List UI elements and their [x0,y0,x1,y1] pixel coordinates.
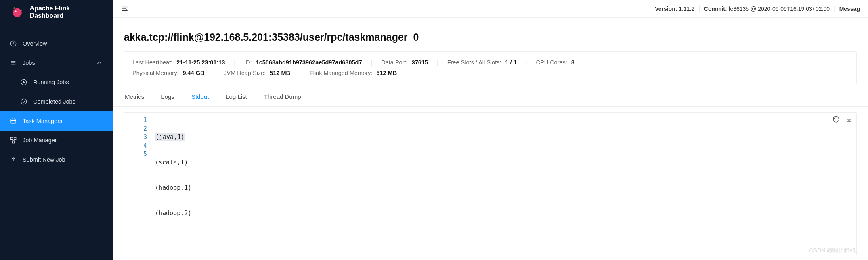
code-line: (hadoop,1) [155,184,199,192]
sidebar-toggle-icon[interactable] [118,5,131,12]
stat-managed: Flink Managed Memory: 512 MB [310,70,397,76]
tab-metrics[interactable]: Metrics [125,93,144,106]
line-number: 2 [124,125,147,133]
commit-label: Commit: [704,6,727,12]
svg-rect-15 [12,141,14,143]
stats-row-1: Last Heartbeat: 21-11-25 23:01:13 | ID: … [132,57,848,68]
svg-rect-14 [14,137,16,139]
chevron-up-icon [96,59,103,67]
sidebar-item-running-jobs[interactable]: Running Jobs [9,73,113,92]
tabs: Metrics Logs Stdout Log List Thread Dump [113,84,868,107]
sidebar-jobs-submenu: Running Jobs Completed Jobs [0,73,113,111]
svg-rect-9 [11,119,16,123]
version-value: 1.11.2 [679,6,694,12]
stat-slots: Free Slots / All Slots: 1 / 1 [447,59,517,66]
main-content: Version: 1.11.2 | Commit: fe36135 @ 2020… [113,0,868,260]
sidebar-item-jobs[interactable]: Jobs [0,53,113,73]
sidebar-nav: Overview Jobs Running Jobs [0,27,113,169]
refresh-icon[interactable] [832,115,840,123]
tab-logs[interactable]: Logs [161,93,174,106]
stat-heartbeat: Last Heartbeat: 21-11-25 23:01:13 [132,59,225,66]
line-number: 3 [124,133,147,141]
sidebar-item-overview[interactable]: Overview [0,34,113,53]
stat-dataport: Data Port: 37615 [381,59,428,66]
download-icon[interactable] [845,115,853,123]
cluster-icon [10,137,17,144]
check-circle-icon [20,98,27,105]
stat-id: ID: 1c5068abd91b973962ae5d97ad6805d7 [244,59,362,66]
page-title: akka.tcp://flink@192.168.5.201:35383/use… [113,29,868,51]
stats-card: Last Heartbeat: 21-11-25 23:01:13 | ID: … [124,51,857,84]
sidebar: Apache Flink Dashboard Overview Jobs [0,0,113,260]
code-line: (java,1) [155,133,199,141]
page: akka.tcp://flink@192.168.5.201:35383/use… [113,18,868,255]
sidebar-item-label: Jobs [23,60,35,66]
messages-label[interactable]: Messag [839,6,860,12]
code-area: 1 2 3 4 5 (java,1) (scala,1) (hadoop,1) … [124,113,856,255]
code-line: (hadoop,2) [155,209,199,218]
line-number: 5 [124,150,147,158]
list-icon [10,59,17,67]
commit-value: fe36135 @ 2020-09-09T16:19:03+02:00 [729,6,830,12]
code-actions [832,115,853,123]
sidebar-item-label: Overview [23,40,47,47]
svg-point-1 [15,10,17,12]
svg-point-8 [21,99,27,104]
tab-threaddump[interactable]: Thread Dump [264,93,301,106]
sidebar-item-job-manager[interactable]: Job Manager [0,131,113,150]
sidebar-item-label: Submit New Job [23,156,65,163]
sidebar-item-label: Running Jobs [33,79,69,85]
sidebar-item-submit[interactable]: Submit New Job [0,150,113,169]
svg-marker-7 [23,81,25,83]
code-line: (scala,1) [155,158,199,167]
calendar-icon [10,117,17,125]
tab-stdout[interactable]: Stdout [191,93,209,106]
code-lines: (java,1) (scala,1) (hadoop,1) (hadoop,2) [155,116,199,252]
stat-heap: JVM Heap Size: 512 MB [224,70,290,76]
flink-logo-icon [10,5,24,19]
line-number: 1 [124,116,147,125]
version-label: Version: [655,6,677,12]
play-circle-icon [20,79,27,86]
sidebar-item-task-managers[interactable]: Task Managers [0,111,113,131]
dashboard-icon [10,40,17,47]
stdout-panel: 1 2 3 4 5 (java,1) (scala,1) (hadoop,1) … [124,112,857,255]
topbar: Version: 1.11.2 | Commit: fe36135 @ 2020… [113,0,868,18]
line-number: 4 [124,141,147,150]
sidebar-item-label: Task Managers [23,118,62,124]
sidebar-header: Apache Flink Dashboard [0,0,113,27]
svg-rect-13 [10,137,13,139]
stats-row-2: Physical Memory: 9.44 GB | JVM Heap Size… [132,68,848,78]
sidebar-item-completed-jobs[interactable]: Completed Jobs [9,92,113,111]
stat-cpu: CPU Cores: 8 [536,59,574,66]
upload-icon [10,156,17,163]
app-title: Apache Flink Dashboard [30,5,105,19]
stat-physmem: Physical Memory: 9.44 GB [132,70,204,76]
sidebar-item-label: Job Manager [23,137,57,144]
sidebar-item-label: Completed Jobs [33,98,75,105]
topbar-info: Version: 1.11.2 | Commit: fe36135 @ 2020… [655,6,860,12]
line-gutter: 1 2 3 4 5 [124,116,155,252]
tab-loglist[interactable]: Log List [226,93,247,106]
watermark: CSDN @啊帅和和。 [809,247,861,254]
